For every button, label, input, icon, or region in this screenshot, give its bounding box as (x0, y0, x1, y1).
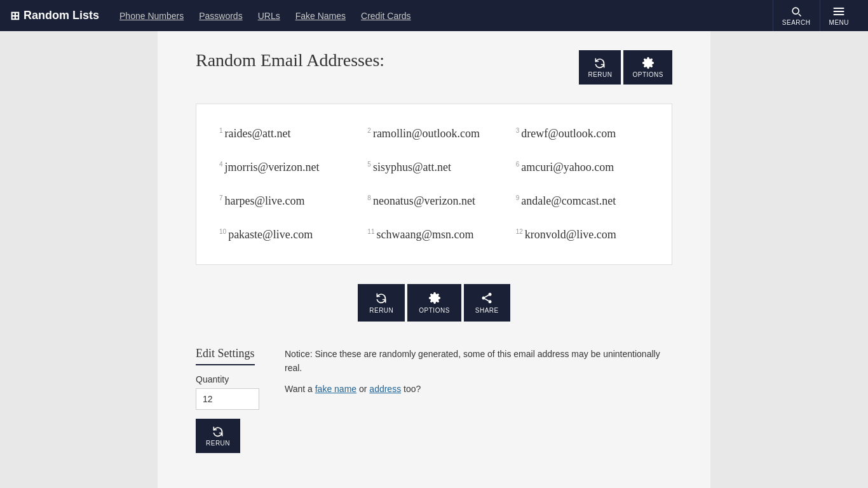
list-item: 12kronvold@live.com (508, 218, 656, 252)
email-address: schwaang@msn.com (376, 228, 473, 241)
quantity-label: Quantity (196, 374, 259, 384)
email-address: harpes@live.com (225, 194, 305, 207)
list-item: 11schwaang@msn.com (360, 218, 508, 252)
list-item: 9andale@comcast.net (508, 184, 656, 218)
svg-point-2 (489, 300, 492, 303)
brand-icon: ⊞ (10, 9, 20, 23)
svg-point-0 (489, 293, 492, 296)
list-item: 2ramollin@outlook.com (360, 117, 508, 151)
notice-text2: Want a fake name or address too? (285, 382, 672, 396)
page-title: Random Email Addresses: (196, 50, 384, 71)
page-header: Random Email Addresses: RERUN OPTIONS (196, 50, 672, 85)
email-number: 4 (219, 161, 223, 168)
share-button[interactable]: SHARE (464, 284, 510, 322)
fake-name-link[interactable]: fake name (315, 384, 356, 394)
notice-text1: Notice: Since these are randomly generat… (285, 347, 672, 376)
menu-icon (832, 5, 845, 18)
notice-mid: or (356, 384, 369, 394)
email-number: 3 (516, 127, 520, 134)
search-button[interactable]: SEARCH (773, 0, 820, 31)
rerun-button-settings[interactable]: RERUN (196, 419, 240, 453)
options-icon (642, 57, 654, 69)
email-number: 6 (516, 161, 520, 168)
nav-credit-cards[interactable]: Credit Cards (361, 11, 411, 21)
rerun-button-bottom[interactable]: RERUN (358, 284, 405, 322)
address-link[interactable]: address (369, 384, 401, 394)
email-address: raides@att.net (225, 127, 291, 140)
rerun-icon-bottom (375, 292, 388, 304)
email-number: 9 (516, 194, 520, 201)
search-label: SEARCH (782, 19, 811, 26)
bottom-actions: RERUN OPTIONS SHARE (196, 284, 672, 322)
email-address: jmorris@verizon.net (225, 161, 320, 173)
email-number: 2 (367, 127, 371, 134)
rerun-label-bottom: RERUN (369, 307, 393, 314)
brand-link[interactable]: ⊞ Random Lists (10, 9, 99, 23)
email-number: 10 (219, 228, 226, 235)
email-address: kronvold@live.com (525, 228, 616, 241)
list-item: 7harpes@live.com (212, 184, 360, 218)
list-item: 10pakaste@live.com (212, 218, 360, 252)
list-item: 8neonatus@verizon.net (360, 184, 508, 218)
main-nav: ⊞ Random Lists Phone Numbers Passwords U… (0, 0, 868, 31)
email-number: 12 (516, 228, 523, 235)
nav-links: Phone Numbers Passwords URLs Fake Names … (119, 11, 773, 21)
email-number: 7 (219, 194, 223, 201)
notice-suffix: too? (401, 384, 421, 394)
rerun-label: RERUN (588, 71, 612, 78)
options-button-top[interactable]: OPTIONS (623, 50, 672, 85)
settings-panel: Edit Settings Quantity RERUN (196, 347, 259, 453)
share-label: SHARE (475, 307, 499, 314)
list-item: 4jmorris@verizon.net (212, 151, 360, 184)
nav-passwords[interactable]: Passwords (199, 11, 242, 21)
email-list-container: 1raides@att.net2ramollin@outlook.com3dre… (196, 104, 672, 265)
options-label-bottom: OPTIONS (419, 307, 450, 314)
rerun-icon-settings (212, 425, 224, 438)
notice-prefix: Want a (285, 384, 315, 394)
list-item: 6amcuri@yahoo.com (508, 151, 656, 184)
quantity-input[interactable] (196, 388, 259, 410)
email-address: andale@comcast.net (521, 194, 616, 207)
nav-urls[interactable]: URLs (258, 11, 280, 21)
list-item: 3drewf@outlook.com (508, 117, 656, 151)
rerun-label-settings: RERUN (206, 440, 230, 447)
email-address: sisyphus@att.net (373, 161, 451, 173)
email-number: 8 (367, 194, 371, 201)
email-address: pakaste@live.com (228, 228, 313, 241)
menu-button[interactable]: MENU (820, 0, 858, 31)
email-address: ramollin@outlook.com (373, 127, 480, 140)
header-actions: RERUN OPTIONS (579, 50, 672, 85)
options-button-bottom[interactable]: OPTIONS (407, 284, 461, 322)
nav-fake-names[interactable]: Fake Names (295, 11, 346, 21)
options-icon-bottom (428, 292, 441, 304)
share-icon (480, 292, 493, 304)
notice-panel: Notice: Since these are randomly generat… (285, 347, 672, 402)
email-grid: 1raides@att.net2ramollin@outlook.com3dre… (212, 117, 656, 252)
settings-title: Edit Settings (196, 347, 255, 365)
search-icon (790, 5, 803, 18)
list-item: 5sisyphus@att.net (360, 151, 508, 184)
brand-name: Random Lists (24, 9, 99, 22)
main-content: Random Email Addresses: RERUN OPTIONS 1r… (158, 31, 710, 488)
email-number: 1 (219, 127, 223, 134)
svg-point-1 (482, 297, 485, 300)
email-address: neonatus@verizon.net (373, 194, 475, 207)
email-number: 5 (367, 161, 371, 168)
rerun-button-top[interactable]: RERUN (579, 50, 621, 85)
menu-label: MENU (829, 19, 849, 26)
nav-actions: SEARCH MENU (773, 0, 858, 31)
svg-line-4 (485, 295, 489, 297)
email-address: amcuri@yahoo.com (521, 161, 614, 173)
email-number: 11 (367, 228, 374, 235)
options-label: OPTIONS (632, 71, 663, 78)
edit-settings-section: Edit Settings Quantity RERUN Notice: Sin… (196, 347, 672, 453)
nav-phone-numbers[interactable]: Phone Numbers (119, 11, 184, 21)
rerun-icon (593, 57, 606, 69)
svg-line-3 (485, 299, 489, 301)
list-item: 1raides@att.net (212, 117, 360, 151)
email-address: drewf@outlook.com (521, 127, 616, 140)
